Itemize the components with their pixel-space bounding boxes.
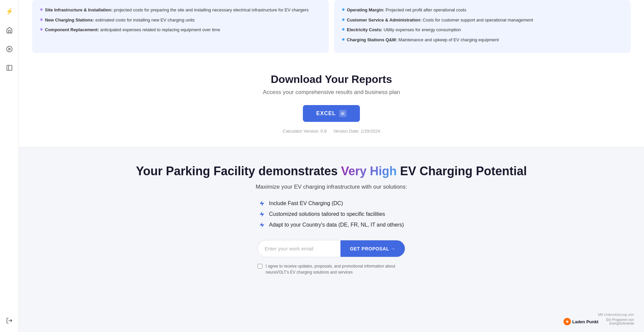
consent-checkbox[interactable] <box>258 264 262 269</box>
feature-text-3: Adapt to your Country's data (DE, FR, NL… <box>269 222 404 228</box>
consent-row: I agree to receive updates, proposals, a… <box>258 263 405 275</box>
footer-branding: Mit Unterstützung von Laden Punkt Ein Pr… <box>564 313 634 325</box>
item-text: anticipated expenses related to replacin… <box>100 27 220 32</box>
item-label: Electricity Costs: <box>347 27 382 32</box>
feature-text-2: Customized solutions tailored to specifi… <box>269 211 385 217</box>
item-text: projected costs for preparing the site a… <box>114 7 309 12</box>
item-label: Site Infrastructure & Installation: <box>45 7 113 12</box>
features-list: Include Fast EV Charging (DC) Customized… <box>259 200 404 228</box>
left-card-list: Site Infrastructure & Installation: proj… <box>40 7 321 33</box>
list-item: New Charging Stations: estimated costs f… <box>40 17 321 23</box>
email-input[interactable] <box>258 240 340 257</box>
potential-subtitle: Maximize your EV charging infrastructure… <box>256 184 407 190</box>
version-label: Calculator Version: 0.8 <box>283 129 327 134</box>
laden-icon <box>564 318 571 325</box>
laden-punkt-logo: Laden Punkt <box>564 318 598 325</box>
laden-punkt-branding: Laden Punkt Ein Programm von EnergiSchmi… <box>564 318 634 325</box>
feature-item-3: Adapt to your Country's data (DE, FR, NL… <box>259 222 404 228</box>
sidebar-bookmark-icon[interactable] <box>3 62 15 74</box>
main-content: Site Infrastructure & Installation: proj… <box>19 0 644 332</box>
version-date: Version Date: 1/29/2024 <box>333 129 380 134</box>
item-text: estimated costs for installing new EV ch… <box>95 17 195 22</box>
list-item: Component Replacement: anticipated expen… <box>40 27 321 33</box>
svg-marker-9 <box>260 223 264 228</box>
excel-download-button[interactable]: EXCEL xl <box>303 105 360 122</box>
potential-title-highlight: Very High <box>341 164 397 178</box>
potential-title: Your Parking Facility demonstrates Very … <box>136 164 527 178</box>
email-form: GET PROPOSAL → <box>258 240 405 257</box>
sidebar-home-icon[interactable] <box>3 24 15 36</box>
feature-text-1: Include Fast EV Charging (DC) <box>269 200 343 206</box>
potential-title-part2: EV Charging Potential <box>397 164 527 178</box>
sidebar-lightning-icon[interactable]: ⚡ <box>3 5 15 17</box>
consent-text: I agree to receive updates, proposals, a… <box>266 263 405 275</box>
svg-point-0 <box>6 46 12 52</box>
item-label: New Charging Stations: <box>45 17 94 22</box>
item-label: Operating Margin: <box>347 7 384 12</box>
item-text: Maintenance and upkeep of EV charging eq… <box>398 37 499 42</box>
feature-lightning-icon-1 <box>259 200 265 206</box>
version-info: Calculator Version: 0.8 Version Date: 1/… <box>283 129 380 134</box>
right-card-list: Operating Margin: Projected net profit a… <box>342 7 623 43</box>
sidebar: ⚡ <box>0 0 19 332</box>
list-item: Operating Margin: Projected net profit a… <box>342 7 623 13</box>
item-text: Utility expenses for energy consumption <box>384 27 461 32</box>
svg-text:xl: xl <box>341 112 344 115</box>
svg-marker-8 <box>260 212 264 217</box>
item-label: Customer Service & Administration: <box>347 17 422 22</box>
excel-label: EXCEL <box>316 110 336 116</box>
laden-punkt-text: Laden Punkt <box>572 319 598 324</box>
feature-lightning-icon-3 <box>259 222 265 228</box>
list-item: Site Infrastructure & Installation: proj… <box>40 7 321 13</box>
item-label: Component Replacement: <box>45 27 99 32</box>
excel-file-icon: xl <box>339 110 346 117</box>
svg-marker-7 <box>260 201 264 206</box>
item-text: Projected net profit after operational c… <box>386 7 467 12</box>
item-text: Costs for customer support and operation… <box>423 17 533 22</box>
energieschmiede-text: Ein Programm von EnergiSchmiede <box>600 318 634 325</box>
item-label: Charging Stations Q&M: <box>347 37 397 42</box>
potential-title-part1: Your Parking Facility demonstrates <box>136 164 341 178</box>
svg-marker-1 <box>9 48 10 50</box>
left-card: Site Infrastructure & Installation: proj… <box>32 0 329 53</box>
potential-section: Your Parking Facility demonstrates Very … <box>19 147 644 292</box>
svg-marker-10 <box>566 320 569 324</box>
mit-label: Mit Unterstützung von <box>598 313 634 317</box>
download-subtitle: Access your comprehensive results and bu… <box>263 89 400 96</box>
list-item: Electricity Costs: Utility expenses for … <box>342 27 623 33</box>
download-title: Download Your Reports <box>271 73 392 86</box>
feature-item-2: Customized solutions tailored to specifi… <box>259 211 404 217</box>
list-item: Charging Stations Q&M: Maintenance and u… <box>342 37 623 43</box>
feature-lightning-icon-2 <box>259 211 265 217</box>
cards-section: Site Infrastructure & Installation: proj… <box>19 0 644 60</box>
feature-item-1: Include Fast EV Charging (DC) <box>259 200 404 206</box>
sidebar-logout-icon[interactable] <box>3 315 15 327</box>
list-item: Customer Service & Administration: Costs… <box>342 17 623 23</box>
svg-rect-2 <box>7 65 12 70</box>
right-card: Operating Margin: Projected net profit a… <box>334 0 631 53</box>
download-section: Download Your Reports Access your compre… <box>19 60 644 147</box>
get-proposal-button[interactable]: GET PROPOSAL → <box>340 240 405 257</box>
sidebar-play-icon[interactable] <box>3 43 15 55</box>
